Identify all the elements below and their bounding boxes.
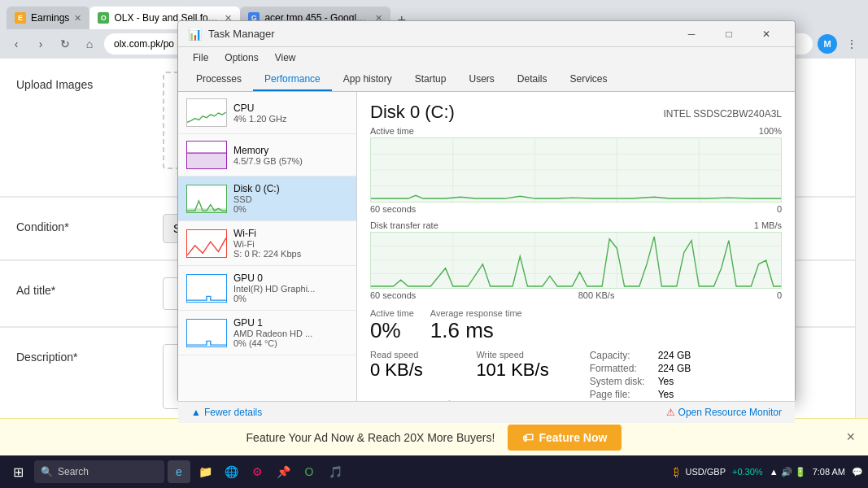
taskbar-edge-icon[interactable]: e <box>168 460 190 483</box>
gpu0-info: GPU 0 Intel(R) HD Graphi... 0% <box>233 272 348 303</box>
menu-button[interactable]: ⋮ <box>842 34 861 54</box>
banner-close-button[interactable]: × <box>846 429 855 446</box>
read-speed-val: 0 KB/s <box>370 359 423 381</box>
transfer-rate-chart-section: Disk transfer rate 1 MB/s <box>370 220 782 300</box>
profile-button[interactable]: M <box>818 34 837 54</box>
resource-item-wifi[interactable]: Wi-Fi Wi-Fi S: 0 R: 224 Kbps <box>178 221 356 266</box>
resource-item-memory[interactable]: Memory 4.5/7.9 GB (57%) <box>178 134 356 176</box>
tab-startup[interactable]: Startup <box>403 68 458 91</box>
app-icon4: ⚙ <box>252 465 263 478</box>
gpu1-sub2: 0% (44 °C) <box>233 338 348 348</box>
task-manager-window: 📊 Task Manager ─ □ ✕ File Options View P… <box>177 20 796 403</box>
feature-now-button[interactable]: 🏷 Feature Now <box>508 425 622 451</box>
forward-button[interactable]: › <box>31 34 50 54</box>
back-button[interactable]: ‹ <box>7 34 26 54</box>
fewer-details-label: Fewer details <box>204 407 262 418</box>
resource-item-cpu[interactable]: CPU 4% 1.20 GHz <box>178 92 356 134</box>
gpu0-sub2: 0% <box>233 294 348 303</box>
chrome-icon: 🌐 <box>225 465 238 478</box>
disk0-sub2: 0% <box>233 204 348 214</box>
taskbar-icon4[interactable]: ⚙ <box>246 460 268 483</box>
resource-monitor-icon: ⚠ <box>666 407 675 418</box>
description-label: Description* <box>16 344 163 364</box>
transfer-rate-max: 1 MB/s <box>754 220 782 230</box>
avg-response-stat-val: 1.6 ms <box>430 318 522 343</box>
open-resource-monitor-button[interactable]: ⚠ Open Resource Monitor <box>666 407 782 418</box>
stats-row: Active time 0% Average response time 1.6… <box>370 308 782 343</box>
taskbar-icon6[interactable]: O <box>298 460 321 483</box>
formatted-val: 224 GB <box>658 363 691 374</box>
task-manager-body: CPU 4% 1.20 GHz Memory 4.5/7.9 GB (57%) <box>178 92 795 401</box>
chart1-zero-label: 0 <box>777 204 782 214</box>
tab-earnings-label: Earnings <box>31 12 69 24</box>
taskbar-crypto-label: USD/GBP <box>686 467 726 477</box>
tab-performance[interactable]: Performance <box>253 68 332 91</box>
active-time-chart-section: Active time 100% <box>370 126 782 214</box>
wifi-name: Wi-Fi <box>233 228 348 239</box>
chart2-zero-label: 0 <box>777 290 782 300</box>
tab-details[interactable]: Details <box>506 68 559 91</box>
memory-info: Memory 4.5/7.9 GB (57%) <box>233 145 348 166</box>
close-button[interactable]: ✕ <box>748 21 785 47</box>
taskbar-search[interactable]: 🔍 Search <box>34 460 164 483</box>
resource-item-gpu0[interactable]: GPU 0 Intel(R) HD Graphi... 0% <box>178 266 356 311</box>
maximize-button[interactable]: □ <box>710 21 748 47</box>
taskbar-icon5[interactable]: 📌 <box>272 460 294 483</box>
window-controls: ─ □ ✕ <box>673 21 785 47</box>
tab-earnings[interactable]: E Earnings ✕ <box>7 7 89 29</box>
windows-icon: ⊞ <box>13 464 24 480</box>
system-disk-label: System disk: <box>590 376 645 387</box>
task-manager-titlebar: 📊 Task Manager ─ □ ✕ <box>178 21 795 47</box>
detail-header: Disk 0 (C:) INTEL SSDSC2BW240A3L <box>370 102 782 123</box>
menu-file[interactable]: File <box>185 49 216 67</box>
fewer-details-button[interactable]: ▲ Fewer details <box>191 407 262 418</box>
menu-view[interactable]: View <box>267 49 304 67</box>
taskbar-time: 7:08 AM <box>813 467 845 477</box>
read-speed-stat: Read speed 0 KB/s <box>370 350 423 401</box>
task-manager-title: Task Manager <box>208 28 673 40</box>
right-sidebar <box>855 59 868 418</box>
svg-rect-0 <box>187 153 226 168</box>
feature-banner: Feature Your Ad Now & Reach 20X More Buy… <box>0 418 868 455</box>
active-time-chart <box>370 137 782 203</box>
edge-icon: e <box>176 465 182 478</box>
wifi-sub2: S: 0 R: 224 Kbps <box>233 249 348 259</box>
taskbar-chrome-icon[interactable]: 🌐 <box>220 460 242 483</box>
tab-processes[interactable]: Processes <box>185 68 253 91</box>
home-button[interactable]: ⌂ <box>80 34 99 54</box>
capacity-val: 224 GB <box>658 350 691 361</box>
avg-response-stat-label: Average response time <box>430 308 522 318</box>
active-time-header: Active time 100% <box>370 126 782 136</box>
active-time-max: 100% <box>759 126 782 136</box>
tab-earnings-close[interactable]: ✕ <box>74 13 81 24</box>
menu-options[interactable]: Options <box>216 49 266 67</box>
tab-services[interactable]: Services <box>559 68 619 91</box>
avg-response-stat: Average response time 1.6 ms <box>430 308 522 343</box>
ad-title-label: Ad title* <box>16 277 163 297</box>
task-manager-icon: 📊 <box>188 28 202 41</box>
taskbar-notification-icon[interactable]: 💬 <box>852 467 863 477</box>
wifi-sub1: Wi-Fi <box>233 239 348 249</box>
gpu0-sub1: Intel(R) HD Graphi... <box>233 284 348 294</box>
taskbar-explorer-icon[interactable]: 📁 <box>194 460 216 483</box>
taskbar-right: ₿ USD/GBP +0.30% ▲ 🔊 🔋 7:08 AM 💬 <box>674 465 864 478</box>
capacity-label: Capacity: <box>590 350 645 361</box>
disk0-info: Disk 0 (C:) SSD 0% <box>233 183 348 214</box>
tab-users[interactable]: Users <box>457 68 505 91</box>
minimize-button[interactable]: ─ <box>673 21 710 47</box>
resource-monitor-label: Open Resource Monitor <box>678 407 782 418</box>
app-icon6: O <box>305 465 314 478</box>
taskbar-icon7[interactable]: 🎵 <box>324 460 347 483</box>
taskbar-search-text: Search <box>58 466 89 477</box>
gpu1-info: GPU 1 AMD Radeon HD ... 0% (44 °C) <box>233 317 348 348</box>
memory-sub: 4.5/7.9 GB (57%) <box>233 156 348 166</box>
start-button[interactable]: ⊞ <box>5 459 31 485</box>
cpu-thumb <box>186 98 227 127</box>
tab-app-history[interactable]: App history <box>332 68 403 91</box>
write-speed-val: 101 KB/s <box>476 359 548 381</box>
active-time-label: Active time <box>370 126 414 136</box>
resource-item-gpu1[interactable]: GPU 1 AMD Radeon HD ... 0% (44 °C) <box>178 311 356 355</box>
refresh-button[interactable]: ↻ <box>55 34 75 54</box>
resource-item-disk0[interactable]: Disk 0 (C:) SSD 0% <box>178 176 356 221</box>
write-speed-label: Write speed <box>476 350 548 359</box>
